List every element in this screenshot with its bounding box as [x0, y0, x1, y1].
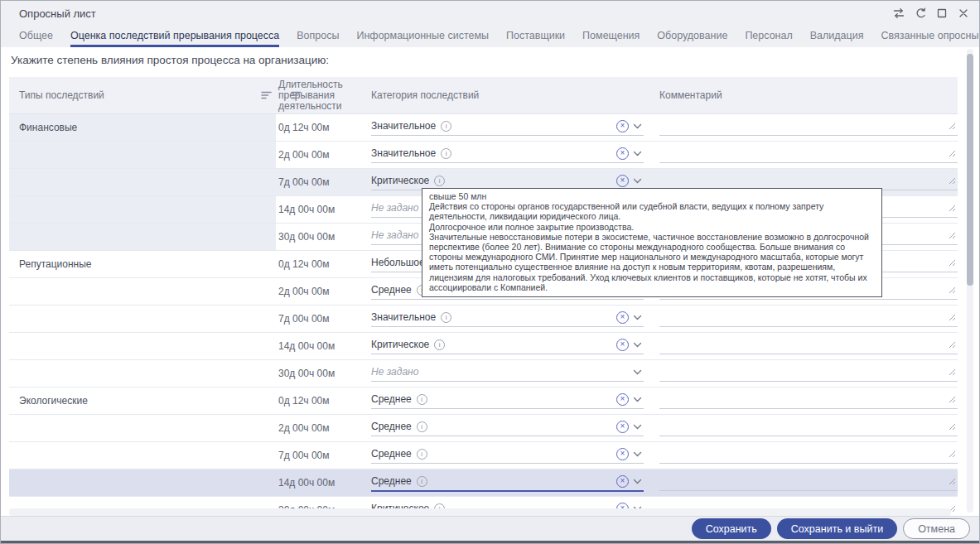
clear-icon[interactable]: × [616, 120, 629, 132]
category-select[interactable]: Среднееi× [371, 390, 644, 409]
resize-handle-icon[interactable] [948, 173, 956, 188]
comment-input[interactable] [659, 448, 958, 464]
resize-handle-icon[interactable] [948, 118, 956, 133]
chevron-down-icon[interactable] [633, 123, 642, 129]
cancel-button[interactable]: Отмена [903, 518, 970, 539]
horizontal-scrollbar[interactable] [9, 508, 951, 516]
resize-handle-icon[interactable] [948, 446, 956, 461]
comment-cell [645, 360, 958, 387]
tab-8[interactable]: Валидация [810, 30, 864, 47]
chevron-down-icon[interactable] [633, 369, 642, 375]
clear-icon[interactable]: × [616, 339, 629, 351]
comment-input[interactable] [659, 393, 958, 409]
category-select[interactable]: Среднееi× [371, 445, 644, 464]
close-button[interactable] [953, 3, 973, 22]
save-button[interactable]: Сохранить [692, 518, 771, 539]
info-icon[interactable]: i [434, 339, 445, 350]
category-value: Значительное [371, 311, 436, 323]
info-icon[interactable]: i [417, 476, 427, 487]
consequence-type-cell [9, 196, 276, 223]
duration-cell: 2д 00ч 00м [276, 415, 364, 441]
info-icon[interactable]: i [441, 312, 451, 323]
chevron-down-icon[interactable] [633, 451, 642, 457]
tab-7[interactable]: Персонал [745, 30, 792, 47]
tab-1[interactable]: Оценка последствий прерывания процесса [70, 30, 279, 47]
clear-icon[interactable]: × [616, 147, 629, 160]
info-icon[interactable]: i [441, 148, 451, 159]
category-cell: Критическоеi× [364, 333, 645, 359]
info-icon[interactable]: i [434, 176, 445, 186]
info-icon[interactable]: i [417, 421, 427, 432]
tab-9[interactable]: Связанные опросные листы [881, 30, 980, 47]
comment-cell [645, 142, 958, 168]
sort-icon[interactable] [291, 90, 355, 103]
swap-arrows-icon [892, 7, 905, 19]
table-row: 14д 00ч 00мКритическоеi× [9, 333, 958, 360]
tab-2[interactable]: Вопросы [297, 30, 339, 47]
resize-handle-icon[interactable] [948, 419, 956, 434]
chevron-down-icon[interactable] [633, 178, 642, 184]
comment-input[interactable] [659, 421, 958, 436]
chevron-down-icon[interactable] [633, 479, 642, 484]
comment-input[interactable] [659, 120, 958, 136]
resize-handle-icon[interactable] [948, 228, 956, 243]
category-select[interactable]: Значительноеi× [371, 308, 644, 327]
chevron-down-icon[interactable] [633, 342, 642, 348]
category-select[interactable]: Среднееi× [371, 417, 644, 436]
resize-handle-icon[interactable] [948, 255, 956, 270]
tab-4[interactable]: Поставщики [506, 30, 565, 47]
comment-input[interactable] [659, 475, 958, 491]
info-icon[interactable]: i [441, 121, 451, 132]
refresh-button[interactable] [910, 3, 929, 22]
tab-6[interactable]: Оборудование [657, 30, 727, 47]
comment-input[interactable] [659, 339, 958, 354]
chevron-down-icon[interactable] [633, 315, 642, 320]
clear-icon[interactable]: × [616, 448, 629, 460]
maximize-button[interactable] [932, 3, 951, 22]
duration-cell: 0д 12ч 00м [276, 251, 364, 277]
chevron-down-icon[interactable] [633, 151, 642, 156]
resize-handle-icon[interactable] [948, 392, 956, 407]
vertical-scrollbar[interactable] [967, 49, 973, 513]
swap-arrows-button[interactable] [889, 3, 908, 22]
comment-input[interactable] [659, 147, 958, 163]
resize-handle-icon[interactable] [948, 364, 956, 379]
chevron-down-icon[interactable] [633, 424, 642, 430]
category-select[interactable]: Среднееi× [371, 472, 644, 492]
clear-icon[interactable]: × [616, 311, 629, 324]
resize-handle-icon[interactable] [948, 474, 956, 489]
consequence-type-cell [9, 360, 276, 387]
refresh-icon [915, 7, 926, 19]
tab-0[interactable]: Общее [19, 30, 53, 47]
table-header: Типы последствий Длительность прерывания… [9, 77, 958, 114]
resize-handle-icon[interactable] [948, 146, 956, 161]
comment-cell [645, 415, 958, 441]
comment-cell [645, 333, 958, 359]
chevron-down-icon[interactable] [633, 397, 642, 402]
vertical-scrollbar-thumb[interactable] [967, 54, 973, 286]
clear-icon[interactable]: × [616, 393, 629, 406]
resize-handle-icon[interactable] [948, 337, 956, 352]
resize-handle-icon[interactable] [948, 200, 956, 215]
clear-icon[interactable]: × [616, 475, 629, 488]
column-header-comment: Комментарий [645, 77, 958, 113]
info-icon[interactable]: i [417, 394, 427, 405]
category-select[interactable]: Значительноеi× [371, 144, 644, 163]
clear-icon[interactable]: × [616, 421, 629, 433]
category-select[interactable]: Значительноеi× [371, 117, 644, 136]
comment-input[interactable] [659, 311, 958, 327]
resize-handle-icon[interactable] [948, 310, 956, 325]
comment-cell [645, 306, 958, 332]
category-select[interactable]: Не задано [371, 363, 644, 382]
info-icon[interactable]: i [417, 449, 427, 460]
save-and-exit-button[interactable]: Сохранить и выйти [777, 518, 897, 539]
clear-icon[interactable]: × [616, 175, 629, 187]
sort-icon[interactable] [261, 90, 273, 103]
consequence-type-cell [9, 224, 276, 250]
category-select[interactable]: Критическоеi× [371, 335, 644, 354]
duration-cell: 0д 12ч 00м [276, 114, 364, 141]
comment-input[interactable] [659, 366, 958, 382]
tab-3[interactable]: Информационные системы [356, 30, 489, 47]
resize-handle-icon[interactable] [948, 282, 956, 297]
tab-5[interactable]: Помещения [582, 30, 640, 47]
